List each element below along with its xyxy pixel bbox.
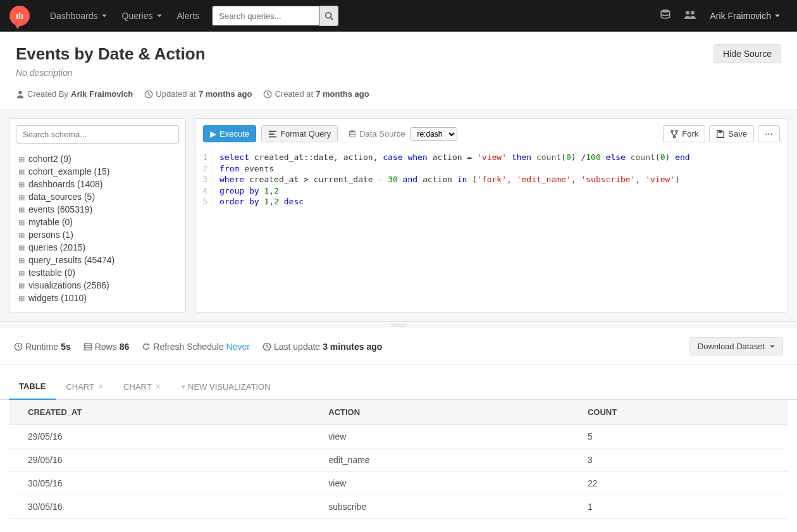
svg-rect-9	[269, 133, 275, 135]
schema-table-item[interactable]: ▦dashboards (1408)	[18, 178, 176, 190]
tab-chart-2[interactable]: CHART×	[113, 375, 171, 399]
table-row: 29/05/16edit_name3	[9, 448, 788, 472]
table-row: 30/05/16subscribe1	[9, 495, 788, 519]
editor-toolbar: ▶ Execute Format Query Data Source re:da…	[195, 119, 788, 149]
save-button[interactable]: Save	[709, 125, 754, 142]
nav-queries[interactable]: Queries	[114, 11, 170, 21]
page-header: Events by Date & Action Hide Source No d…	[0, 32, 797, 109]
format-icon	[268, 130, 277, 139]
table-icon: ▦	[18, 256, 25, 264]
table-icon: ▦	[18, 281, 25, 290]
schema-list: ▦cohort2 (9)▦cohort_example (15)▦dashboa…	[9, 150, 185, 312]
svg-point-11	[350, 130, 355, 132]
table-row: 30/05/16view22	[9, 472, 788, 495]
tab-table[interactable]: TABLE	[9, 375, 56, 400]
database-icon[interactable]	[653, 9, 677, 23]
svg-point-5	[18, 90, 22, 94]
svg-rect-17	[84, 343, 91, 350]
clock-icon	[144, 90, 153, 99]
nav-dashboards[interactable]: Dashboards	[42, 11, 114, 21]
search-input[interactable]	[212, 6, 319, 26]
updated-at: Updated at 7 months ago	[144, 89, 252, 99]
schema-table-item[interactable]: ▦visualizations (2586)	[18, 279, 176, 292]
schema-search-input[interactable]	[16, 125, 179, 144]
top-navbar: ılı Dashboards Queries Alerts Arik Fraim…	[0, 0, 797, 32]
schema-table-item[interactable]: ▦cohort_example (15)	[18, 165, 176, 178]
table-icon: ▦	[18, 244, 25, 252]
editor-panel: ▶ Execute Format Query Data Source re:da…	[195, 118, 788, 312]
schema-panel: ▦cohort2 (9)▦cohort_example (15)▦dashboa…	[9, 118, 186, 312]
table-icon: ▦	[18, 155, 25, 163]
svg-point-13	[676, 130, 677, 132]
schema-table-item[interactable]: ▦events (605319)	[18, 203, 176, 216]
schema-table-item[interactable]: ▦query_results (45474)	[18, 254, 176, 266]
save-icon	[716, 130, 725, 139]
table-icon: ▦	[18, 193, 25, 201]
close-icon[interactable]: ×	[156, 381, 161, 392]
runtime: Runtime 5s	[14, 342, 71, 352]
column-header[interactable]: CREATED_AT	[9, 400, 309, 425]
schema-table-item[interactable]: ▦mytable (0)	[18, 216, 176, 228]
page-title: Events by Date & Action	[16, 44, 206, 64]
rows-icon	[83, 342, 92, 351]
schema-table-item[interactable]: ▦queries (2015)	[18, 241, 176, 254]
svg-point-2	[661, 9, 670, 12]
execute-button[interactable]: ▶ Execute	[203, 125, 256, 142]
svg-point-0	[326, 13, 331, 18]
column-header[interactable]: ACTION	[309, 400, 569, 425]
table-icon: ▦	[18, 231, 25, 239]
svg-rect-10	[269, 136, 276, 137]
schema-table-item[interactable]: ▦persons (1)	[18, 228, 176, 241]
schema-table-item[interactable]: ▦data_sources (5)	[18, 190, 176, 203]
download-dataset-button[interactable]: Download Dataset	[689, 337, 783, 356]
schema-table-item[interactable]: ▦cohort2 (9)	[18, 152, 176, 165]
visualization-tabs: TABLE CHART× CHART× + NEW VISUALIZATION	[0, 365, 797, 400]
database-icon	[348, 130, 357, 139]
logo[interactable]: ılı	[9, 6, 30, 26]
new-visualization-button[interactable]: + NEW VISUALIZATION	[171, 376, 281, 399]
data-source-label: Data Source	[348, 129, 405, 139]
tab-chart-1[interactable]: CHART×	[56, 375, 113, 399]
description: No description	[16, 68, 781, 78]
sql-editor[interactable]: 12345 select created_at::date, action, c…	[195, 149, 788, 309]
column-header[interactable]: COUNT	[569, 400, 788, 425]
table-icon: ▦	[18, 269, 25, 277]
nav-alerts[interactable]: Alerts	[170, 11, 207, 21]
clock-icon	[263, 90, 272, 99]
users-icon[interactable]	[677, 9, 703, 23]
hide-source-button[interactable]: Hide Source	[714, 44, 781, 63]
table-icon: ▦	[18, 294, 25, 302]
editor-area: ▦cohort2 (9)▦cohort_example (15)▦dashboa…	[0, 109, 797, 322]
table-icon: ▦	[18, 206, 25, 214]
schema-table-item[interactable]: ▦testtable (0)	[18, 266, 176, 279]
svg-point-3	[686, 11, 689, 15]
svg-rect-8	[269, 130, 276, 132]
last-update: Last update 3 minutes ago	[263, 342, 382, 352]
svg-point-4	[691, 11, 695, 15]
search-button[interactable]	[319, 6, 338, 26]
more-button[interactable]: ⋯	[758, 125, 780, 142]
table-icon: ▦	[18, 168, 25, 176]
search-icon	[324, 11, 333, 20]
table-icon: ▦	[18, 218, 25, 226]
clock-icon	[263, 342, 271, 351]
fork-icon	[670, 130, 679, 139]
user-icon	[16, 90, 25, 99]
data-source-select[interactable]: re:dash	[410, 127, 457, 141]
query-status-bar: Runtime 5s Rows 86 Refresh Schedule Neve…	[0, 328, 797, 365]
svg-point-12	[671, 130, 673, 132]
clock-icon	[14, 342, 23, 351]
close-icon[interactable]: ×	[98, 381, 103, 392]
table-row: 29/05/16view5	[9, 425, 788, 448]
refresh-icon	[142, 342, 151, 351]
table-icon: ▦	[18, 180, 25, 189]
user-menu[interactable]: Arik Fraimovich	[703, 11, 788, 21]
refresh-schedule[interactable]: Refresh Schedule Never	[142, 342, 250, 352]
created-at: Created at 7 months ago	[263, 89, 369, 99]
resize-handle[interactable]	[0, 322, 797, 328]
format-button[interactable]: Format Query	[261, 125, 338, 142]
fork-button[interactable]: Fork	[663, 125, 705, 142]
created-by: Created By Arik Fraimovich	[16, 89, 133, 99]
schema-table-item[interactable]: ▦widgets (1010)	[18, 292, 176, 304]
svg-rect-15	[719, 130, 722, 133]
